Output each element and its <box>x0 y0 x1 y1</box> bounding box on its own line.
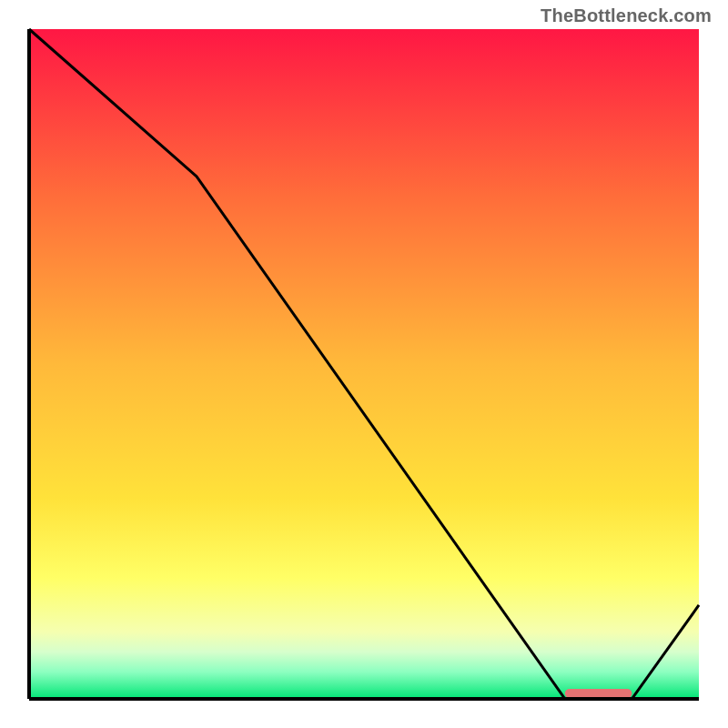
attribution-text: TheBottleneck.com <box>541 5 712 26</box>
chart-container: TheBottleneck.com <box>0 0 728 728</box>
bottleneck-chart <box>27 27 701 701</box>
optimum-marker <box>565 689 632 698</box>
chart-background <box>29 29 699 699</box>
chart-svg <box>27 27 701 701</box>
